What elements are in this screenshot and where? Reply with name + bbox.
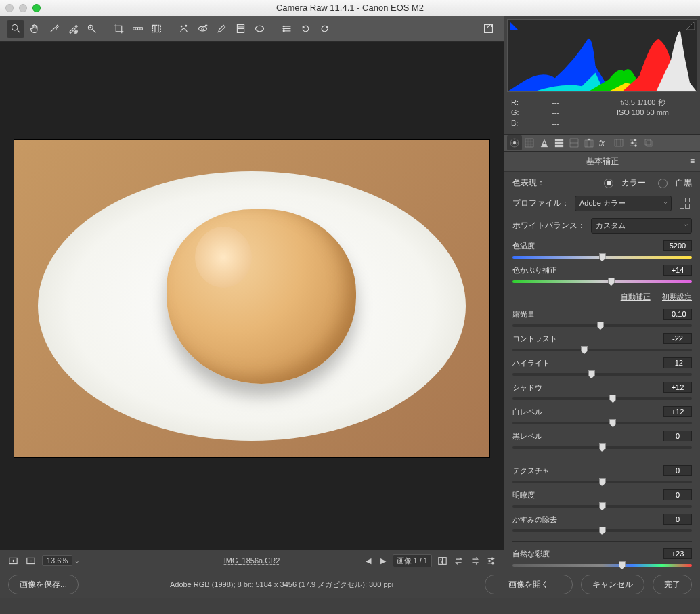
svg-point-43 [491,558,492,559]
profile-label: プロファイル： [512,198,569,209]
tab-calibration[interactable] [611,135,626,150]
chevron-down-icon[interactable]: ⌵ [75,557,79,564]
next-image-arrow[interactable]: ▶ [378,556,389,565]
svg-rect-55 [555,145,563,147]
temp-value[interactable] [663,240,692,251]
texture-value[interactable] [663,465,692,476]
bw-radio-label: 白黒 [676,177,692,189]
hand-tool[interactable] [26,20,43,38]
temp-slider[interactable] [512,253,692,262]
auto-link[interactable]: 自動補正 [621,292,651,301]
blacks-value[interactable] [663,431,692,441]
vibrance-label: 自然な彩度 [512,549,663,559]
vibrance-slider[interactable] [512,561,692,570]
tint-value[interactable] [663,265,692,276]
highlight-clip-icon[interactable] [686,21,695,30]
tab-split[interactable] [567,135,582,150]
svg-rect-58 [585,140,593,147]
panel-title: 基本補正 ≡ [504,152,700,172]
tab-hsl[interactable] [552,135,567,150]
profile-browser-icon[interactable] [680,198,692,210]
clarity-value[interactable] [663,489,692,500]
dehaze-label: かすみの除去 [512,514,663,525]
texture-slider[interactable] [512,477,692,487]
svg-point-45 [491,562,493,563]
prev-image-arrow[interactable]: ◀ [363,556,374,565]
copy-settings-icon[interactable] [468,554,481,567]
done-button[interactable]: 完了 [653,575,692,594]
svg-rect-63 [615,139,623,146]
whites-slider[interactable] [512,418,692,428]
contrast-value[interactable] [663,333,692,344]
crop-tool[interactable] [110,20,127,38]
fullscreen-icon[interactable] [479,20,497,38]
before-after-icon[interactable]: Y [436,554,448,567]
highlights-slider[interactable] [512,370,692,379]
svg-rect-73 [647,141,652,146]
blacks-slider[interactable] [512,443,692,452]
whitebalance-dropdown[interactable]: カスタム [591,218,692,234]
straighten-tool[interactable] [129,20,146,38]
radial-filter-tool[interactable] [250,20,268,38]
open-image-button[interactable]: 画像を開く [485,575,573,594]
svg-point-70 [632,142,634,144]
color-radio-label: カラー [621,177,646,189]
tab-presets[interactable] [626,135,641,150]
preview-footer: 13.6% ⌵ IMG_1856a.CR2 ◀ ▶ 画像 1 / 1 Y [0,550,504,571]
workflow-options-link[interactable]: Adobe RGB (1998); 8 bit; 5184 x 3456 (17… [87,579,477,590]
rotate-cw-icon[interactable] [315,20,333,38]
shadow-clip-icon[interactable] [509,21,519,30]
red-eye-tool[interactable] [194,20,211,38]
preview-area[interactable] [0,42,504,550]
profile-dropdown[interactable]: Adobe カラー [575,196,672,211]
svg-point-28 [283,26,284,27]
zoom-level[interactable]: 13.6% [42,555,72,566]
tab-detail[interactable] [537,135,552,150]
save-image-button[interactable]: 画像を保存... [8,575,79,594]
tab-lens[interactable] [582,135,596,150]
bw-radio[interactable] [658,179,668,188]
exposure-slider[interactable] [512,321,692,330]
target-adjustment-tool[interactable] [83,20,100,38]
default-link[interactable]: 初期設定 [662,292,692,301]
tint-slider[interactable] [512,277,692,286]
color-radio[interactable] [604,179,613,188]
highlights-value[interactable] [663,357,692,368]
adjustment-brush-tool[interactable] [213,20,230,38]
whites-value[interactable] [663,406,692,417]
color-sampler-tool[interactable] [64,20,81,38]
vibrance-value[interactable] [663,548,692,559]
cancel-button[interactable]: キャンセル [581,575,644,594]
contrast-slider[interactable] [512,345,692,355]
tab-fx[interactable]: fx [596,135,611,150]
histogram[interactable] [507,19,697,92]
shadows-slider[interactable] [512,394,692,403]
shadows-value[interactable] [663,382,692,393]
tab-curve[interactable] [522,135,537,150]
minimize-window-button[interactable] [19,4,27,12]
settings-sliders-icon[interactable] [485,554,497,567]
exposure-value[interactable] [663,309,692,320]
panel-menu-icon[interactable]: ≡ [690,156,695,166]
clarity-slider[interactable] [512,502,692,511]
bottom-bar: 画像を保存... Adobe RGB (1998); 8 bit; 5184 x… [0,571,700,598]
transform-tool[interactable] [148,20,165,38]
blacks-label: 黒レベル [512,431,663,441]
dehaze-value[interactable] [663,514,692,525]
rotate-ccw-icon[interactable] [297,20,314,38]
white-balance-tool[interactable] [45,20,62,38]
filmstrip-toggle-icon[interactable] [7,554,19,567]
preferences-icon[interactable] [278,20,295,38]
filmstrip-toggle-icon-2[interactable] [24,554,37,567]
tab-snapshots[interactable] [641,135,656,150]
spot-removal-tool[interactable] [175,20,192,38]
tab-basic[interactable] [507,135,522,150]
swap-icon[interactable] [452,554,464,567]
graduated-filter-tool[interactable] [232,20,249,38]
zoom-window-button[interactable] [32,4,41,12]
dehaze-slider[interactable] [512,526,692,535]
close-window-button[interactable] [5,4,14,12]
texture-label: テクスチャ [512,466,663,476]
zoom-tool[interactable] [7,20,24,38]
svg-rect-54 [555,142,563,144]
